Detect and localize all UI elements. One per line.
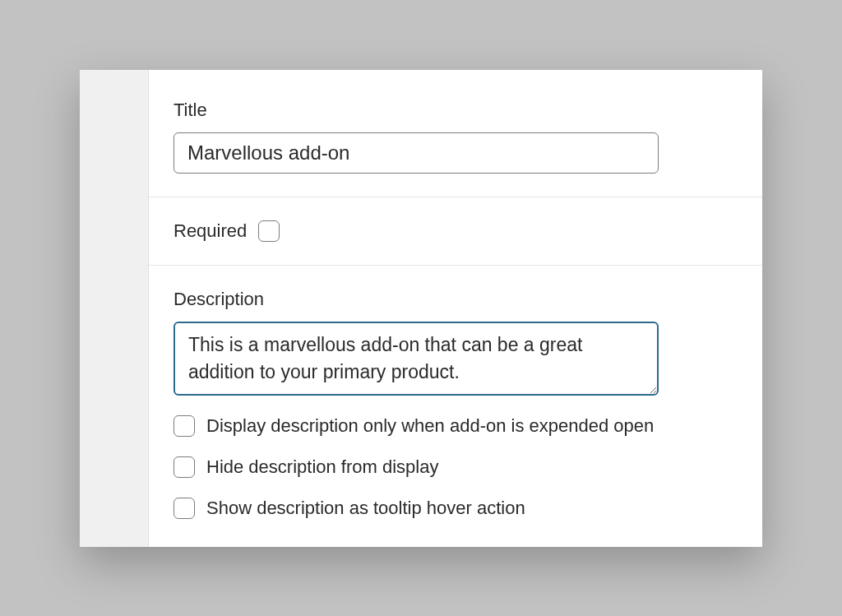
option-tooltip-checkbox[interactable]	[173, 498, 195, 519]
option-hide-description-label: Hide description from display	[206, 456, 438, 478]
description-textarea-wrap	[173, 322, 659, 400]
title-section: Title	[149, 70, 762, 197]
main-form: Title Required Description Display descr…	[149, 70, 762, 547]
description-options: Display description only when add-on is …	[149, 399, 762, 542]
required-row: Required	[173, 220, 738, 242]
title-label: Title	[173, 100, 738, 121]
option-display-on-expand: Display description only when add-on is …	[173, 415, 738, 437]
option-display-on-expand-checkbox[interactable]	[173, 415, 195, 437]
required-section: Required	[149, 197, 762, 265]
option-tooltip: Show description as tooltip hover action	[173, 498, 738, 519]
required-checkbox[interactable]	[258, 220, 280, 242]
settings-panel: Title Required Description Display descr…	[80, 70, 762, 547]
option-hide-description: Hide description from display	[173, 456, 738, 478]
description-label: Description	[173, 289, 738, 310]
required-label: Required	[173, 220, 247, 242]
description-section: Description	[149, 265, 762, 400]
title-input[interactable]	[173, 132, 659, 174]
option-display-on-expand-label: Display description only when add-on is …	[206, 415, 654, 437]
option-hide-description-checkbox[interactable]	[173, 456, 195, 478]
sidebar	[80, 70, 149, 547]
description-textarea[interactable]	[173, 322, 659, 396]
option-tooltip-label: Show description as tooltip hover action	[206, 498, 525, 519]
